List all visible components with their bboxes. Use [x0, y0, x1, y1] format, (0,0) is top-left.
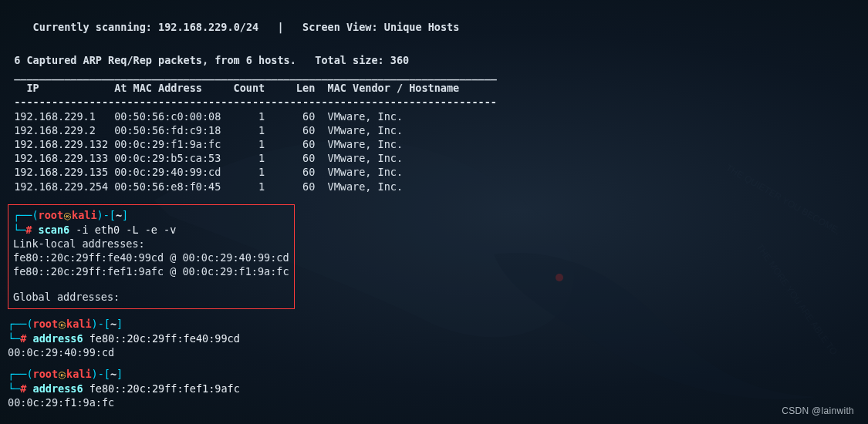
table-row: 192.168.229.1 00:50:56:c0:00:08 1 60 VMw…	[8, 109, 860, 123]
scan-status-line: Currently scanning: 192.168.229.0/24 | S…	[8, 6, 860, 49]
output-line: fe80::20c:29ff:fe40:99cd @ 00:0c:29:40:9…	[13, 251, 289, 264]
skull-icon: ㉿	[63, 211, 72, 221]
output-line: Link-local addresses:	[13, 237, 289, 251]
output-line: Global addresses:	[13, 290, 289, 304]
table-row: 192.168.229.132 00:0c:29:f1:9a:fc 1 60 V…	[8, 137, 860, 151]
skull-icon: ㉿	[58, 320, 66, 330]
hash-icon: #	[20, 382, 26, 395]
prompt-line-3-top: ┌──(root㉿kali)-[~]	[8, 367, 860, 382]
scan-target: 192.168.229.0/24	[158, 21, 258, 33]
table-header: IP At MAC Address Count Len MAC Vendor /…	[8, 81, 860, 95]
output-line: 00:0c:29:40:99:cd	[8, 345, 860, 359]
prompt-line-2-cmd[interactable]: └─# address6 fe80::20c:29ff:fe40:99cd	[8, 331, 860, 345]
command-scan6: scan6	[39, 224, 70, 236]
close-bracket: ]	[122, 209, 128, 221]
box-corner-bottom: └─	[8, 332, 20, 345]
box-corner-bottom: └─	[13, 224, 25, 236]
table-row: 192.168.229.135 00:0c:29:40:99:cd 1 60 V…	[8, 165, 860, 179]
table-rule-top: ________________________________________…	[8, 67, 860, 81]
table-row: 192.168.229.133 00:0c:29:b5:ca:53 1 60 V…	[8, 151, 860, 165]
command-args: -i eth0 -L -e -v	[69, 224, 176, 236]
prompt-user: root	[33, 368, 59, 380]
prompt-line-3-cmd[interactable]: └─# address6 fe80::20c:29ff:fef1:9afc	[8, 382, 860, 395]
table-row: 192.168.229.2 00:50:56:fd:c9:18 1 60 VMw…	[8, 123, 860, 137]
prompt-cwd: ~	[110, 318, 117, 330]
close-paren: )-[	[92, 318, 110, 330]
prompt-user: root	[33, 318, 59, 330]
command-address6: address6	[33, 382, 83, 395]
close-bracket: ]	[117, 368, 123, 380]
prompt-line-1-top: ┌──(root㉿kali)-[~]	[13, 208, 289, 223]
prompt-line-2-top: ┌──(root㉿kali)-[~]	[8, 317, 860, 331]
hash-icon: #	[20, 332, 26, 345]
box-corner-bottom: └─	[8, 382, 20, 395]
highlight-box: ┌──(root㉿kali)-[~] └─# scan6 -i eth0 -L …	[8, 204, 295, 309]
prompt-user: root	[39, 209, 64, 221]
view-label: Screen View:	[302, 21, 378, 33]
prompt-host: kali	[66, 368, 92, 380]
view-value: Unique Hosts	[384, 21, 460, 33]
prompt-host: kali	[66, 318, 92, 330]
prompt-cwd: ~	[116, 209, 122, 221]
command-arg: fe80::20c:29ff:fef1:9afc	[83, 382, 240, 395]
hash-icon: #	[25, 224, 32, 236]
scanning-label: Currently scanning:	[33, 21, 152, 33]
close-paren: )-[	[97, 209, 116, 221]
box-corner-top: ┌──(	[8, 368, 33, 380]
prompt-line-1-cmd[interactable]: └─# scan6 -i eth0 -L -e -v	[13, 223, 289, 237]
box-corner-top: ┌──(	[13, 209, 39, 221]
output-line: 00:0c:29:f1:9a:fc	[8, 395, 860, 409]
skull-icon: ㉿	[58, 370, 66, 380]
command-address6: address6	[33, 332, 83, 345]
table-row: 192.168.229.254 00:50:56:e8:f0:45 1 60 V…	[8, 180, 860, 193]
table-rule-under: ----------------------------------------…	[8, 95, 860, 109]
box-corner-top: ┌──(	[8, 318, 33, 330]
terminal-output: Currently scanning: 192.168.229.0/24 | S…	[8, 6, 860, 409]
prompt-host: kali	[72, 209, 97, 221]
captured-line: 6 Captured ARP Req/Rep packets, from 6 h…	[8, 53, 860, 67]
prompt-cwd: ~	[110, 368, 117, 380]
command-arg: fe80::20c:29ff:fe40:99cd	[83, 332, 240, 345]
close-bracket: ]	[117, 318, 123, 330]
output-line: fe80::20c:29ff:fef1:9afc @ 00:0c:29:f1:9…	[13, 264, 289, 278]
separator: |	[278, 21, 284, 33]
close-paren: )-[	[92, 368, 110, 380]
